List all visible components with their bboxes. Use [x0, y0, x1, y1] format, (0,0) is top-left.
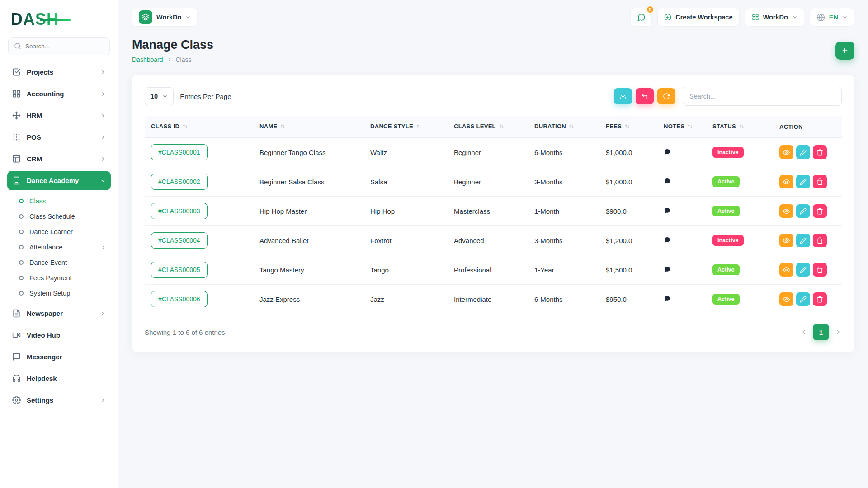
status-badge: Inactive: [712, 147, 744, 158]
chevron-right-icon: [100, 91, 106, 97]
sidebar-subitem-label: Dance Event: [29, 259, 67, 266]
view-button[interactable]: [779, 263, 793, 277]
sidebar-item-messenger[interactable]: Messenger: [7, 347, 111, 366]
notes-icon[interactable]: [664, 178, 671, 185]
messages-button[interactable]: 0: [630, 8, 652, 27]
view-button[interactable]: [779, 292, 793, 306]
cell-dance-style: Hip Hop: [364, 197, 448, 226]
table-search-input[interactable]: [683, 87, 842, 106]
class-id-badge[interactable]: #CLASS00003: [151, 203, 208, 219]
notes-icon[interactable]: [664, 148, 671, 155]
delete-button[interactable]: [813, 263, 827, 277]
delete-button[interactable]: [813, 204, 827, 218]
sidebar-subitem-dance-learner[interactable]: Dance Learner: [14, 224, 111, 239]
sidebar-item-settings[interactable]: Settings: [7, 390, 111, 410]
edit-button[interactable]: [796, 145, 810, 159]
column-header-notes[interactable]: NOTES: [657, 116, 706, 138]
notes-icon[interactable]: [664, 236, 671, 244]
sidebar-item-newspaper[interactable]: Newspaper: [7, 304, 111, 323]
column-header-duration[interactable]: DURATION: [528, 116, 599, 138]
chevron-right-icon: [167, 57, 172, 62]
bullet-icon: [19, 245, 24, 249]
view-button[interactable]: [779, 175, 793, 188]
class-id-badge[interactable]: #CLASS00006: [151, 291, 208, 307]
view-button[interactable]: [779, 234, 793, 247]
sidebar-search[interactable]: [8, 37, 110, 55]
refresh-button[interactable]: [657, 88, 675, 104]
view-button[interactable]: [779, 145, 793, 159]
brand-logo[interactable]: DASH: [7, 7, 111, 36]
column-header-class-level[interactable]: CLASS LEVEL: [448, 116, 528, 138]
page-header: Manage Class Dashboard Class: [132, 38, 854, 63]
delete-button[interactable]: [813, 292, 827, 306]
notes-icon[interactable]: [664, 295, 671, 302]
create-class-button[interactable]: [835, 42, 854, 60]
cell-dance-style: Salsa: [364, 167, 448, 197]
dance-academy-submenu: Class Class Schedule Dance Learner Atten…: [7, 192, 111, 304]
edit-button[interactable]: [796, 204, 810, 218]
edit-button[interactable]: [796, 175, 810, 188]
table-row: #CLASS00003 Hip Hop Master Hip Hop Maste…: [145, 197, 842, 226]
language-selector[interactable]: EN: [810, 8, 854, 27]
column-header-status[interactable]: STATUS: [706, 116, 773, 138]
entries-per-page-select[interactable]: 10: [145, 87, 174, 105]
export-button[interactable]: [614, 88, 632, 104]
workspace-dropdown[interactable]: WorkDo: [745, 8, 804, 27]
column-header-class-id[interactable]: CLASS ID: [145, 116, 253, 138]
sidebar-item-helpdesk[interactable]: Helpdesk: [7, 369, 111, 388]
edit-button[interactable]: [796, 292, 810, 306]
sidebar-item-pos[interactable]: POS: [7, 127, 111, 147]
class-id-badge[interactable]: #CLASS00005: [151, 262, 208, 278]
class-id-badge[interactable]: #CLASS00001: [151, 144, 208, 160]
workspace-switcher[interactable]: WorkDo: [132, 8, 198, 27]
sidebar-subitem-attendance[interactable]: Attendance: [14, 239, 111, 255]
delete-button[interactable]: [813, 145, 827, 159]
sidebar-item-label: Video Hub: [27, 331, 60, 339]
sidebar-item-video-hub[interactable]: Video Hub: [7, 325, 111, 345]
sidebar-item-projects[interactable]: Projects: [7, 62, 111, 82]
class-id-badge[interactable]: #CLASS00002: [151, 174, 208, 190]
column-header-dance-style[interactable]: DANCE STYLE: [364, 116, 448, 138]
table-row: #CLASS00001 Beginner Tango Class Waltz B…: [145, 138, 842, 167]
sidebar-subitem-system-setup[interactable]: System Setup: [14, 286, 111, 301]
edit-button[interactable]: [796, 234, 810, 247]
cell-class-level: Beginner: [448, 138, 528, 167]
sidebar-subitem-dance-event[interactable]: Dance Event: [14, 255, 111, 270]
column-header-fees[interactable]: FEES: [599, 116, 657, 138]
sidebar-item-label: CRM: [27, 155, 42, 163]
sidebar-item-crm[interactable]: CRM: [7, 149, 111, 169]
delete-button[interactable]: [813, 234, 827, 247]
sidebar-item-accounting[interactable]: Accounting: [7, 84, 111, 103]
sidebar-subitem-class-schedule[interactable]: Class Schedule: [14, 209, 111, 224]
table-row: #CLASS00002 Beginner Salsa Class Salsa B…: [145, 167, 842, 197]
chevron-down-icon: [842, 14, 848, 20]
sidebar-item-hrm[interactable]: HRM: [7, 106, 111, 125]
class-id-badge[interactable]: #CLASS00004: [151, 232, 208, 249]
sidebar-subitem-class[interactable]: Class: [14, 193, 111, 209]
cell-class-level: Professional: [448, 255, 528, 285]
sidebar-item-dance-academy[interactable]: Dance Academy: [7, 171, 111, 190]
pagination-page-1[interactable]: 1: [813, 324, 829, 340]
sidebar-subitem-label: Class: [29, 197, 46, 205]
chevron-right-icon: [100, 311, 106, 316]
sidebar-subitem-fees-payment[interactable]: Fees Payment: [14, 270, 111, 286]
pagination-prev-button[interactable]: [800, 328, 807, 336]
sidebar-search-input[interactable]: [25, 43, 104, 50]
showing-entries-text: Showing 1 to 6 of 6 entries: [145, 328, 225, 336]
settings-gear-icon: [12, 396, 21, 404]
main-content: WorkDo 0 Create Workspace WorkDo: [118, 0, 868, 488]
pagination-next-button[interactable]: [835, 328, 842, 336]
table-header-row: CLASS ID NAME DANCE STYLE CLASS LEVEL DU…: [145, 116, 842, 138]
delete-button[interactable]: [813, 175, 827, 188]
back-button[interactable]: [636, 88, 654, 104]
breadcrumb-dashboard-link[interactable]: Dashboard: [132, 56, 163, 63]
cell-status: Inactive: [706, 138, 773, 167]
sidebar-menu: Projects Accounting HRM POS CRM: [7, 62, 111, 412]
edit-button[interactable]: [796, 263, 810, 277]
column-header-name[interactable]: NAME: [253, 116, 364, 138]
notes-icon[interactable]: [664, 266, 671, 273]
notes-icon[interactable]: [664, 207, 671, 214]
workspace-dropdown-label: WorkDo: [763, 14, 788, 21]
create-workspace-button[interactable]: Create Workspace: [657, 8, 739, 27]
view-button[interactable]: [779, 204, 793, 218]
